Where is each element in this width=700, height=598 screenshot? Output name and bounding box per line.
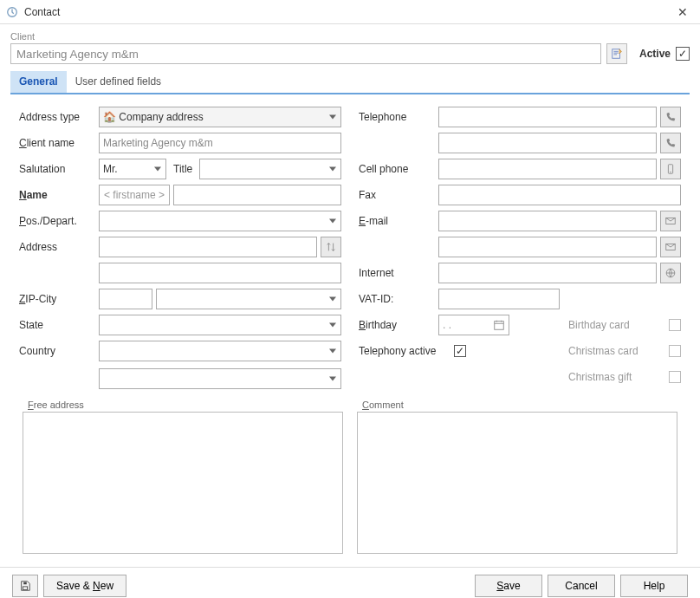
help-button[interactable]: Help: [620, 575, 688, 597]
address-line2-input[interactable]: [99, 263, 341, 283]
bottom-bar: Save & New Save Cancel Help: [0, 567, 700, 598]
cellphone-input[interactable]: [438, 159, 657, 179]
internet-input[interactable]: [438, 263, 657, 283]
dial-phone1-button[interactable]: [660, 107, 681, 127]
pos-depart-label: Pos./Depart.: [19, 215, 99, 227]
edit-client-button[interactable]: [606, 43, 627, 64]
comment-textarea[interactable]: [357, 412, 677, 554]
birthday-label: Birthday: [359, 319, 438, 331]
christmas-card-label: Christmas card: [568, 345, 662, 357]
lastname-input[interactable]: [173, 185, 341, 205]
save-and-new-button[interactable]: Save & New: [43, 575, 126, 597]
fax-input[interactable]: [438, 185, 681, 205]
comment-label: Comment: [357, 400, 677, 410]
address-label: Address: [19, 241, 99, 253]
save-button[interactable]: Save: [475, 575, 542, 597]
mail-icon: [664, 241, 677, 253]
birthday-card-label: Birthday card: [568, 319, 662, 331]
phone-icon: [664, 111, 677, 123]
vat-id-input[interactable]: [438, 289, 560, 309]
title-bar: Contact ✕: [0, 0, 700, 24]
svg-rect-8: [23, 587, 27, 590]
telephony-label: Telephony active: [359, 345, 454, 357]
birthday-card-row: Birthday card: [568, 316, 681, 334]
client-name-input[interactable]: [99, 133, 341, 153]
globe-icon: [664, 267, 677, 279]
christmas-card-row: Christmas card: [568, 342, 681, 360]
free-address-textarea[interactable]: [23, 412, 343, 554]
svg-point-3: [670, 172, 671, 172]
tab-strip: General User defined fields: [10, 71, 690, 94]
pos-depart-select[interactable]: [99, 211, 341, 231]
phone-icon: [664, 137, 677, 149]
address-swap-button[interactable]: [321, 237, 341, 257]
cellphone-label: Cell phone: [359, 163, 438, 175]
zip-city-label: ZIP-City: [19, 293, 99, 305]
active-label: Active: [639, 48, 671, 60]
svg-rect-9: [23, 582, 27, 585]
state-label: State: [19, 319, 99, 331]
zip-input[interactable]: [99, 289, 152, 309]
christmas-gift-label: Christmas gift: [568, 371, 662, 383]
textarea-row: Free address Comment: [10, 400, 690, 563]
client-row: Active: [10, 43, 690, 64]
christmas-card-checkbox[interactable]: [669, 345, 681, 357]
app-icon: [5, 5, 19, 19]
fax-label: Fax: [359, 189, 438, 201]
name-label: Name: [19, 189, 99, 201]
send-email2-button[interactable]: [660, 237, 681, 257]
calendar-icon: [493, 319, 505, 331]
client-name-label: Client name: [19, 137, 99, 149]
salutation-select[interactable]: Mr.: [99, 159, 166, 179]
dial-cell-button[interactable]: [660, 159, 681, 179]
notepad-icon: [611, 48, 623, 60]
active-checkbox[interactable]: [676, 47, 690, 61]
mobile-icon: [664, 163, 677, 175]
title-select[interactable]: [199, 159, 341, 179]
extra-select[interactable]: [99, 368, 341, 389]
svg-rect-1: [612, 49, 620, 59]
cancel-button[interactable]: Cancel: [548, 575, 615, 597]
close-icon[interactable]: ✕: [671, 5, 695, 19]
country-select[interactable]: [99, 341, 341, 361]
left-column: Address type 🏠 Company address Client na…: [19, 107, 341, 394]
title-label: Title: [173, 163, 192, 175]
open-url-button[interactable]: [660, 263, 681, 283]
client-input[interactable]: [10, 43, 601, 64]
christmas-gift-row: Christmas gift: [568, 368, 681, 386]
city-select[interactable]: [156, 289, 341, 309]
email2-input[interactable]: [438, 237, 657, 257]
form-area: Address type 🏠 Company address Client na…: [10, 94, 690, 400]
address-line1-input[interactable]: [99, 237, 317, 257]
salutation-label: Salutation: [19, 163, 99, 175]
email1-input[interactable]: [438, 211, 657, 231]
client-label: Client: [10, 31, 690, 42]
telephone-label: Telephone: [359, 111, 438, 123]
swap-icon: [325, 241, 337, 253]
right-column: Telephone Cell phone: [359, 107, 681, 394]
internet-label: Internet: [359, 267, 438, 279]
country-label: Country: [19, 345, 99, 357]
free-address-label: Free address: [23, 400, 343, 410]
mail-icon: [664, 215, 677, 227]
telephone2-input[interactable]: [438, 133, 657, 153]
telephone1-input[interactable]: [438, 107, 657, 127]
birthday-input[interactable]: . .: [438, 315, 509, 335]
address-type-select[interactable]: 🏠 Company address: [99, 107, 341, 127]
window-title: Contact: [24, 6, 671, 18]
telephony-checkbox[interactable]: [454, 345, 466, 357]
vat-id-label: VAT-ID:: [359, 293, 438, 305]
dial-phone2-button[interactable]: [660, 133, 681, 153]
email-label: E-mail: [359, 215, 438, 227]
christmas-gift-checkbox[interactable]: [669, 371, 681, 383]
tab-user-defined[interactable]: User defined fields: [67, 71, 170, 93]
state-select[interactable]: [99, 315, 341, 335]
save-disk-button[interactable]: [12, 575, 38, 597]
firstname-input[interactable]: [99, 185, 170, 205]
tab-general[interactable]: General: [10, 71, 67, 93]
address-type-label: Address type: [19, 111, 99, 123]
save-icon: [19, 580, 31, 592]
send-email1-button[interactable]: [660, 211, 681, 231]
svg-rect-7: [495, 322, 504, 330]
birthday-card-checkbox[interactable]: [669, 319, 681, 331]
